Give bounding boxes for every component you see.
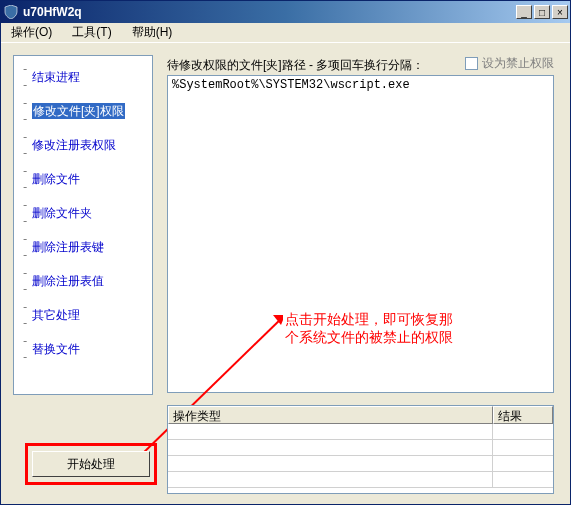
titlebar[interactable]: u70HfW2q _ □ × [1,1,570,23]
disable-perm-checkbox[interactable] [465,57,478,70]
table-row [168,456,553,472]
close-button[interactable]: × [552,5,568,19]
path-label: 待修改权限的文件[夹]路径 - 多项回车换行分隔： [167,57,424,74]
tree-item-delete-reg-value[interactable]: --删除注册表值 [16,264,150,298]
shield-icon [3,4,19,20]
minimize-button[interactable]: _ [516,5,532,19]
window-controls: _ □ × [516,5,568,19]
menu-help[interactable]: 帮助(H) [126,23,179,42]
tree-item-modify-file-perm[interactable]: --修改文件[夹]权限 [16,94,150,128]
col-operation-type[interactable]: 操作类型 [168,406,493,424]
tree-item-delete-file[interactable]: --删除文件 [16,162,150,196]
menubar: 操作(O) 工具(T) 帮助(H) [1,23,570,43]
table-row [168,472,553,488]
annotation-box: 点击开始处理，即可恢复那个系统文件的被禁止的权限 [283,309,463,349]
tree-item-delete-folder[interactable]: --删除文件夹 [16,196,150,230]
disable-perm-checkbox-wrap[interactable]: 设为禁止权限 [465,55,554,72]
textarea-content: %SystemRoot%\SYSTEM32\wscript.exe [172,78,410,92]
content-area: --结束进程 --修改文件[夹]权限 --修改注册表权限 --删除文件 --删除… [5,45,566,500]
menu-tools[interactable]: 工具(T) [66,23,117,42]
tree-panel: --结束进程 --修改文件[夹]权限 --修改注册表权限 --删除文件 --删除… [13,55,153,395]
tree-item-end-process[interactable]: --结束进程 [16,60,150,94]
tree-item-modify-reg-perm[interactable]: --修改注册表权限 [16,128,150,162]
menu-operate[interactable]: 操作(O) [5,23,58,42]
result-table: 操作类型 结果 [167,405,554,494]
disable-perm-label: 设为禁止权限 [482,55,554,72]
tree-item-replace-file[interactable]: --替换文件 [16,332,150,366]
start-button-highlight: 开始处理 [25,443,157,485]
tree-item-delete-reg-key[interactable]: --删除注册表键 [16,230,150,264]
maximize-button[interactable]: □ [534,5,550,19]
tree-item-other[interactable]: --其它处理 [16,298,150,332]
window-title: u70HfW2q [23,5,516,19]
table-body [168,424,553,493]
table-row [168,440,553,456]
table-row [168,424,553,440]
col-result[interactable]: 结果 [493,406,553,424]
annotation-text: 点击开始处理，即可恢复那个系统文件的被禁止的权限 [285,311,461,347]
start-button[interactable]: 开始处理 [32,451,150,477]
table-header: 操作类型 结果 [168,406,553,424]
app-window: u70HfW2q _ □ × 操作(O) 工具(T) 帮助(H) --结束进程 … [0,0,571,505]
